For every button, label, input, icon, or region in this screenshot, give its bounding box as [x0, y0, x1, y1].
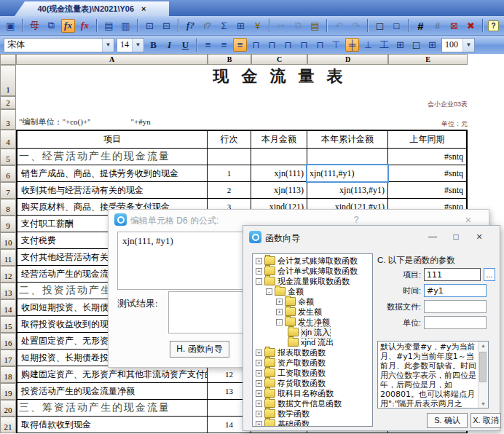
- expand-icon[interactable]: +: [256, 360, 262, 366]
- row-header[interactable]: 9: [0, 216, 16, 232]
- table-cell[interactable]: 2: [208, 182, 251, 199]
- scrollbar-thumb[interactable]: [479, 352, 487, 382]
- merge-grid-icon[interactable]: ⊞: [393, 38, 407, 52]
- tree-item[interactable]: +基础函数: [253, 419, 372, 427]
- border-thin-icon[interactable]: □: [390, 19, 403, 33]
- cancel-button[interactable]: X. 取消: [470, 413, 501, 428]
- chevron-down-icon[interactable]: ▼: [132, 39, 143, 52]
- copy-icon[interactable]: ⧉: [291, 19, 305, 33]
- table-cell[interactable]: #sntq: [388, 165, 466, 182]
- clear-red-icon[interactable]: ✖: [464, 19, 478, 33]
- expand-icon[interactable]: -: [276, 319, 283, 326]
- expand-icon[interactable]: +: [256, 268, 262, 275]
- dialog-help-icon[interactable]: ?: [350, 214, 362, 225]
- chevron-down-icon[interactable]: ▼: [462, 39, 474, 52]
- row-header[interactable]: 6: [0, 165, 16, 182]
- border-bottom-icon[interactable]: ⊓: [281, 38, 295, 52]
- table-cell[interactable]: #sntq: [388, 182, 466, 199]
- col-header-a[interactable]: A: [16, 54, 208, 65]
- row-header[interactable]: 19: [0, 383, 16, 400]
- cut-icon[interactable]: ✂: [275, 19, 288, 33]
- row-header[interactable]: 7: [0, 182, 16, 199]
- row-header[interactable]: 2: [0, 96, 16, 109]
- table-cell[interactable]: 收到其他与经营活动有关的现金: [17, 182, 208, 199]
- table-cell[interactable]: 1: [208, 165, 251, 182]
- mother-sheet-icon[interactable]: 母: [28, 19, 42, 33]
- tree-item[interactable]: +报表取数函数: [253, 347, 372, 358]
- help-note-icon[interactable]: ?: [488, 20, 499, 31]
- expand-icon[interactable]: +: [256, 350, 262, 356]
- copy-page-icon[interactable]: ⧉: [44, 19, 58, 33]
- align-left-icon[interactable]: ≡: [201, 38, 215, 52]
- tab-close-icon[interactable]: ×: [141, 4, 146, 13]
- table-cell[interactable]: #sntq: [388, 149, 466, 165]
- row-header[interactable]: 11: [0, 249, 16, 266]
- valign-middle-icon[interactable]: ╪: [345, 38, 359, 52]
- table-cell[interactable]: [251, 149, 307, 165]
- print-preview-icon[interactable]: ⊡: [143, 19, 157, 33]
- split-horizontal-icon[interactable]: ▤: [102, 19, 116, 33]
- select-all-corner[interactable]: [0, 54, 16, 65]
- expand-icon[interactable]: +: [256, 401, 262, 407]
- table-header-cell[interactable]: 上年同期: [388, 131, 466, 149]
- recalculate-icon[interactable]: i?: [200, 19, 214, 33]
- expand-icon[interactable]: +: [276, 299, 283, 305]
- confirm-button[interactable]: S. 确认: [427, 413, 468, 428]
- scroll-up-icon[interactable]: ▲: [479, 343, 488, 348]
- row-header[interactable]: 3: [0, 109, 16, 130]
- print-icon[interactable]: ⊟: [160, 19, 173, 33]
- row-header[interactable]: 20: [0, 400, 16, 417]
- table-cell[interactable]: 三、筹资活动产生的现金流量: [17, 400, 208, 417]
- close-icon[interactable]: ×: [473, 231, 485, 242]
- param-input-datafile[interactable]: [424, 300, 487, 313]
- table-compute-icon[interactable]: ⊞: [234, 19, 248, 33]
- redo-icon[interactable]: ↷: [349, 19, 363, 33]
- tree-item-xjn[interactable]: xjn 流入: [253, 327, 372, 337]
- italic-button[interactable]: I: [162, 38, 176, 52]
- table-cell[interactable]: 取得借款收到现金: [17, 417, 208, 433]
- align-right-icon[interactable]: ≡: [233, 38, 247, 52]
- row-header[interactable]: 14: [0, 299, 16, 316]
- undo-icon[interactable]: ↶: [332, 19, 346, 33]
- border-top-icon[interactable]: ⊓: [249, 38, 263, 52]
- expand-icon[interactable]: +: [256, 421, 262, 427]
- col-header-c[interactable]: C: [251, 54, 307, 65]
- expand-icon[interactable]: +: [256, 390, 262, 397]
- row-header[interactable]: 10: [0, 232, 16, 249]
- zoom-select[interactable]: 100 ▼: [441, 38, 475, 52]
- underline-button[interactable]: U: [178, 38, 192, 52]
- formula-check-icon[interactable]: f?: [184, 19, 197, 33]
- valign-top-icon[interactable]: ⊤: [329, 38, 343, 52]
- table-cell[interactable]: xjn(113): [251, 182, 307, 199]
- table-cell[interactable]: 投资活动产生的现金流量净额: [17, 383, 208, 400]
- row-header[interactable]: 4: [0, 130, 16, 149]
- expand-icon[interactable]: +: [276, 309, 283, 315]
- table-cell[interactable]: 一、经营活动产生的现金流量: [17, 149, 208, 165]
- dialog-close-icon[interactable]: ×: [462, 213, 474, 226]
- font-size-select[interactable]: 14 ▼: [117, 38, 144, 52]
- expand-icon[interactable]: +: [256, 258, 262, 264]
- chevron-down-icon[interactable]: ▼: [102, 39, 114, 52]
- col-header-e[interactable]: E: [388, 54, 468, 65]
- tree-item[interactable]: -现金流量账取数函数: [253, 276, 372, 286]
- minimize-icon[interactable]: —: [427, 232, 438, 242]
- grid-light-icon[interactable]: #: [430, 19, 444, 33]
- tree-item[interactable]: +取科目名称函数: [253, 388, 372, 398]
- expand-icon[interactable]: +: [256, 380, 262, 387]
- grid-remove-icon[interactable]: ⊠: [447, 19, 461, 33]
- table-cell[interactable]: [208, 149, 251, 165]
- border-middle-icon[interactable]: ⊓: [265, 38, 279, 52]
- sum-icon[interactable]: Σ: [217, 19, 231, 33]
- row-header[interactable]: 21: [0, 417, 16, 433]
- table-cell[interactable]: 购建固定资产、无形资产和其他非流动资产支付的现金: [17, 366, 208, 383]
- tree-item[interactable]: +资产取数函数: [253, 358, 372, 368]
- row-header[interactable]: 16: [0, 333, 16, 350]
- grid-bold-icon[interactable]: #: [414, 19, 428, 33]
- param-input-time[interactable]: #y1: [424, 284, 487, 297]
- fit-height-icon[interactable]: 工: [377, 38, 391, 52]
- table-cell[interactable]: xjn(111): [251, 165, 307, 182]
- split-vertical-icon[interactable]: ▥: [119, 19, 133, 33]
- currency-icon[interactable]: ¥: [251, 19, 264, 33]
- table-header-cell[interactable]: 本年累计金额: [307, 131, 388, 149]
- row-header[interactable]: 13: [0, 283, 16, 299]
